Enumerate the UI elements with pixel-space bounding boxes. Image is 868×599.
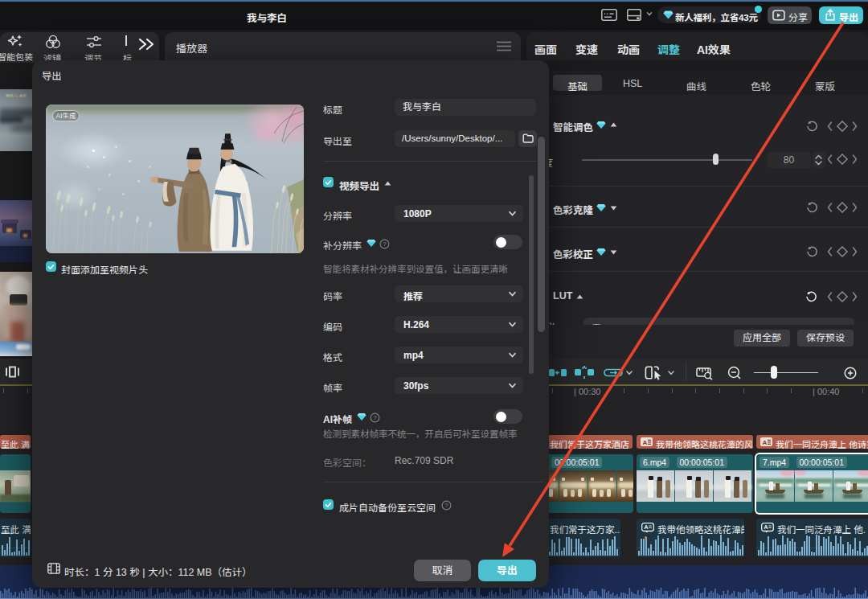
svg-text:?: ? — [373, 414, 377, 421]
svg-text:A: A — [763, 439, 768, 446]
svg-text:A: A — [644, 523, 649, 531]
svg-text:?: ? — [444, 502, 448, 509]
svg-text:A: A — [764, 523, 768, 531]
svg-text:?: ? — [383, 240, 387, 248]
svg-text:A: A — [643, 439, 648, 446]
